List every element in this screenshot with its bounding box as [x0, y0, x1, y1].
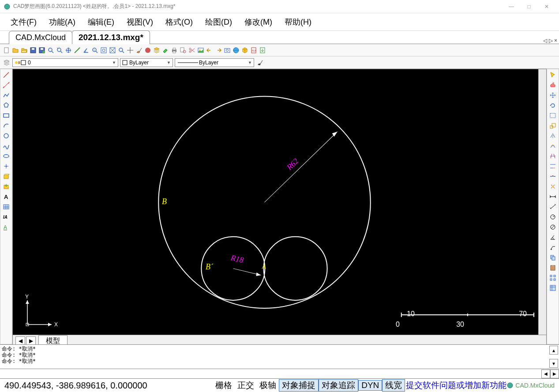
menu-help[interactable]: 帮助(H): [278, 14, 318, 30]
drawing-canvas[interactable]: B B´ A R62 R18 Y X 10 70 0: [13, 69, 538, 335]
polyline-icon[interactable]: [2, 91, 11, 99]
dim-linear-icon[interactable]: [548, 193, 557, 201]
erase-icon[interactable]: [548, 81, 557, 89]
color-icon[interactable]: [144, 46, 152, 54]
matchprop-icon[interactable]: [256, 59, 264, 67]
linetype-combo[interactable]: ByLayer ▼: [175, 58, 254, 67]
spline-icon[interactable]: [2, 142, 11, 150]
tab-controls[interactable]: ◁ ▷ ×: [541, 37, 559, 44]
window-select-icon[interactable]: [548, 112, 557, 119]
saveas-icon[interactable]: [38, 46, 46, 54]
array-icon[interactable]: [548, 274, 557, 282]
zoom-icon[interactable]: [117, 46, 125, 54]
menu-view[interactable]: 视图(V): [120, 14, 159, 30]
doc-tab-current[interactable]: 2021.12.13.mxg*: [72, 30, 150, 44]
dtext-icon[interactable]: A: [2, 223, 11, 231]
brush-icon[interactable]: [135, 46, 143, 54]
menu-draw[interactable]: 绘图(D): [199, 14, 238, 30]
menu-function[interactable]: 功能(A): [43, 14, 82, 30]
text-icon[interactable]: A: [2, 193, 11, 201]
arc-icon[interactable]: [2, 122, 11, 130]
scrollbar-vertical[interactable]: [538, 69, 546, 335]
scale-icon[interactable]: [548, 122, 557, 130]
point-icon[interactable]: [2, 162, 11, 170]
feedback-link[interactable]: 提交软件问题或增加新功能: [406, 380, 506, 391]
toggle-osnap[interactable]: 对象捕捉: [279, 379, 319, 392]
export-icon[interactable]: [259, 46, 266, 54]
maximize-button[interactable]: □: [520, 0, 538, 13]
model-tab[interactable]: 模型: [38, 335, 68, 345]
menu-edit[interactable]: 编辑(E): [82, 14, 120, 30]
table-icon[interactable]: [2, 203, 11, 211]
cmd-hist-prev[interactable]: ◀: [541, 370, 550, 378]
toggle-otrack[interactable]: 对象追踪: [319, 379, 358, 392]
mtext-icon[interactable]: IA: [2, 213, 11, 221]
redo-icon[interactable]: [214, 46, 222, 54]
circle-icon[interactable]: [2, 132, 11, 140]
dim-aligned-icon[interactable]: [548, 203, 557, 211]
find-icon[interactable]: [179, 46, 187, 54]
layers-icon[interactable]: [153, 46, 161, 54]
rotate-icon[interactable]: [548, 101, 557, 109]
select-icon[interactable]: [548, 71, 557, 79]
undo-icon[interactable]: [206, 46, 214, 54]
crosshair-icon[interactable]: [126, 46, 134, 54]
insert-icon[interactable]: [2, 183, 11, 190]
save-icon[interactable]: [29, 46, 37, 54]
line-icon[interactable]: [2, 71, 11, 79]
image-icon[interactable]: [197, 46, 205, 54]
dim-diameter-icon[interactable]: [548, 223, 557, 231]
paste-icon[interactable]: [548, 264, 557, 272]
menu-modify[interactable]: 修改(M): [238, 14, 278, 30]
toggle-polar[interactable]: 极轴: [257, 380, 279, 391]
tab-prev-button[interactable]: ◀: [15, 336, 25, 344]
command-input[interactable]: [0, 370, 541, 378]
ellipse-icon[interactable]: [2, 152, 11, 160]
pan-icon[interactable]: [64, 46, 72, 54]
cube-icon[interactable]: [241, 46, 249, 54]
mirror-icon[interactable]: [548, 132, 557, 140]
new-icon[interactable]: [3, 46, 11, 54]
trim-icon[interactable]: [548, 152, 557, 160]
menu-file[interactable]: 文件(F): [4, 14, 43, 30]
rectangle-icon[interactable]: [2, 112, 11, 119]
move-icon[interactable]: [548, 91, 557, 99]
globe-icon[interactable]: [232, 46, 240, 54]
copy-icon[interactable]: [548, 254, 557, 261]
doc-tab-mxcloud[interactable]: CAD.MxCloud: [9, 31, 72, 44]
layer-combo[interactable]: 0 ▼: [12, 58, 118, 67]
block-icon[interactable]: [2, 172, 11, 180]
polygon-icon[interactable]: [2, 101, 11, 109]
angle-icon[interactable]: [82, 46, 90, 54]
zoom-prev-icon[interactable]: [56, 46, 64, 54]
menu-format[interactable]: 格式(O): [159, 14, 199, 30]
extend-icon[interactable]: [548, 162, 557, 170]
zoom-all-icon[interactable]: [109, 46, 116, 54]
toggle-ortho[interactable]: 正交: [235, 380, 257, 391]
close-button[interactable]: ✕: [538, 0, 555, 13]
explode-icon[interactable]: [548, 183, 557, 190]
cmd-scroll-up[interactable]: ▲: [549, 346, 558, 355]
highlighter-icon[interactable]: [161, 46, 169, 54]
toggle-grid[interactable]: 栅格: [213, 380, 235, 391]
measure-icon[interactable]: [73, 46, 81, 54]
dim-angular-icon[interactable]: [548, 233, 557, 241]
xline-icon[interactable]: [2, 81, 11, 89]
minimize-button[interactable]: —: [503, 0, 520, 13]
dim-radius-icon[interactable]: [548, 213, 557, 221]
properties-icon[interactable]: [548, 284, 557, 292]
zoom-extents-icon[interactable]: [100, 46, 108, 54]
layer-manager-icon[interactable]: [3, 59, 11, 67]
scissors-icon[interactable]: [188, 46, 196, 54]
open2-icon[interactable]: [20, 46, 28, 54]
color-combo[interactable]: ByLayer ▼: [120, 58, 173, 67]
zoom-realtime-icon[interactable]: +: [91, 46, 99, 54]
break-icon[interactable]: [548, 172, 557, 180]
screenshot-icon[interactable]: [223, 46, 231, 54]
dim-leader-icon[interactable]: [548, 243, 557, 251]
toggle-lwt[interactable]: 线宽: [382, 379, 405, 392]
print-icon[interactable]: [170, 46, 178, 54]
cmd-scroll-down[interactable]: ▼: [549, 359, 558, 368]
tab-next-button[interactable]: ▶: [26, 336, 36, 344]
cmd-hist-next[interactable]: ▶: [550, 370, 559, 378]
